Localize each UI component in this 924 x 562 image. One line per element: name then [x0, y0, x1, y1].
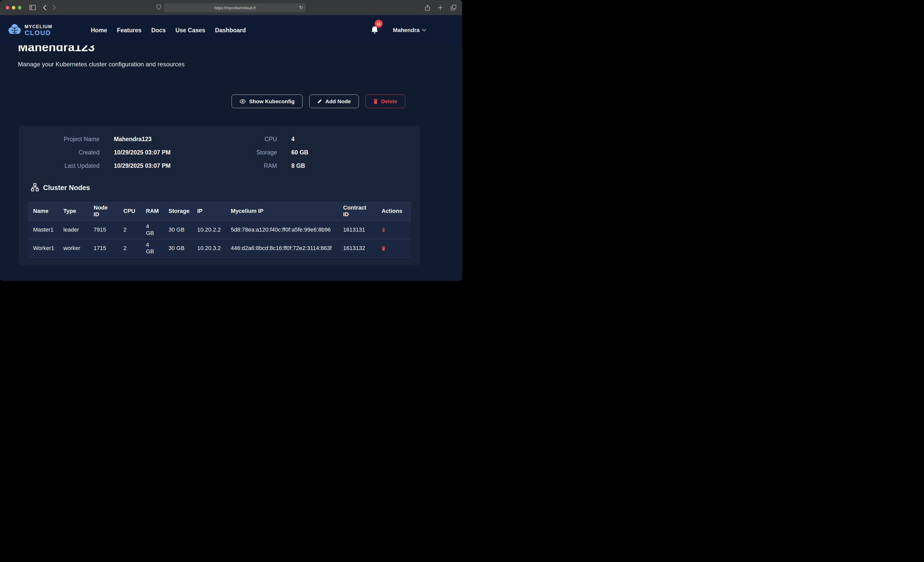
user-name: Mahendra [393, 27, 420, 34]
minimize-button[interactable] [12, 6, 15, 9]
col-actions: Actions [378, 202, 411, 221]
col-mycelium-ip: Mycelium IP [227, 202, 339, 221]
cell-node-id: 1715 [90, 239, 119, 257]
cell-cpu: 2 [119, 221, 142, 239]
cluster-actions-toolbar: Show Kubeconfig Add Node [0, 94, 405, 108]
created-label: Created [35, 149, 99, 156]
nav-link-use-cases[interactable]: Use Cases [176, 27, 205, 34]
sitemap-icon [31, 183, 39, 192]
cell-name: Master1 [28, 221, 59, 239]
nav-link-features[interactable]: Features [117, 27, 141, 34]
cell-mycelium-ip: 446:d2a6:8bcd:8c16:ff0f:72e2:3114:863f [227, 239, 339, 257]
delete-cluster-button[interactable]: Delete [366, 94, 405, 108]
table-row: Worker1 worker 1715 2 4 GB 30 GB 10.20.3… [28, 239, 411, 257]
site-navbar: MYCELIUM CLOUD Home Features Docs Use Ca… [0, 15, 462, 45]
col-type: Type [59, 202, 90, 221]
cell-type: leader [59, 221, 90, 239]
share-icon[interactable] [425, 4, 430, 11]
screenshot-stage: https://myceliumcloud.tf ↻ [0, 0, 462, 281]
cell-ram: 4 GB [142, 221, 164, 239]
nodes-table-header-row: Name Type Node ID CPU RAM Storage IP Myc… [28, 202, 411, 221]
delete-node-button[interactable] [382, 227, 386, 232]
ram-value: 8 GB [291, 162, 404, 169]
cell-ip: 10.20.2.2 [193, 221, 227, 239]
brand-line1: MYCELIUM [25, 24, 52, 29]
nav-right: 11 Mahendra [371, 26, 426, 35]
brand-text: MYCELIUM CLOUD [25, 24, 52, 36]
cell-cpu: 2 [119, 239, 142, 257]
user-menu[interactable]: Mahendra [393, 27, 426, 34]
cluster-nodes-header: Cluster Nodes [31, 183, 420, 192]
cell-name: Worker1 [28, 239, 59, 257]
nav-links: Home Features Docs Use Cases Dashboard [91, 27, 246, 34]
bell-icon [371, 31, 378, 35]
storage-value: 60 GB [291, 149, 404, 156]
brand-logo[interactable]: MYCELIUM CLOUD [8, 24, 52, 37]
col-cpu: CPU [119, 202, 142, 221]
col-ram: RAM [142, 202, 164, 221]
pencil-icon [317, 99, 322, 104]
cluster-nodes-title: Cluster Nodes [43, 184, 90, 192]
nav-link-home[interactable]: Home [91, 27, 107, 34]
project-name-label: Project Name [35, 136, 99, 143]
trash-icon [374, 99, 378, 104]
mycelium-cloud-logo-icon [8, 24, 21, 37]
cell-mycelium-ip: 5d8:78ea:a120:f40c:ff0f:a5fe:99e6:8b96 [227, 221, 339, 239]
cell-storage: 30 GB [164, 221, 193, 239]
eye-icon [240, 99, 246, 104]
chevron-down-icon [422, 28, 426, 32]
page-subtitle: Manage your Kubernetes cluster configura… [18, 61, 462, 68]
traffic-lights [6, 6, 21, 9]
sidebar-toggle-icon[interactable] [29, 5, 36, 10]
close-button[interactable] [6, 6, 9, 9]
cpu-value: 4 [291, 136, 404, 143]
privacy-shield-icon [156, 4, 161, 11]
back-button[interactable] [43, 5, 46, 10]
browser-chrome: https://myceliumcloud.tf ↻ [0, 0, 462, 15]
nav-link-docs[interactable]: Docs [151, 27, 166, 34]
address-bar[interactable]: https://myceliumcloud.tf ↻ [164, 3, 306, 12]
brand-line2: CLOUD [25, 30, 52, 36]
delete-label: Delete [381, 99, 397, 105]
cell-ip: 10.20.3.2 [193, 239, 227, 257]
cell-contract-id: 1613132 [339, 239, 378, 257]
show-kubeconfig-button[interactable]: Show Kubeconfig [232, 94, 302, 108]
notifications-button[interactable]: 11 [371, 26, 378, 35]
show-kubeconfig-label: Show Kubeconfig [249, 99, 294, 105]
tab-overview-icon[interactable] [451, 4, 456, 10]
col-node-id: Node ID [90, 202, 119, 221]
browser-window: https://myceliumcloud.tf ↻ [0, 0, 462, 281]
zoom-button[interactable] [18, 6, 21, 9]
trash-icon [382, 227, 386, 232]
ram-label: RAM [238, 162, 277, 169]
cluster-info-grid: Project Name Mahendra123 CPU 4 Created 1… [19, 126, 420, 169]
last-updated-label: Last Updated [35, 162, 99, 169]
add-node-label: Add Node [326, 99, 351, 105]
col-name: Name [28, 202, 59, 221]
cluster-details-card: Project Name Mahendra123 CPU 4 Created 1… [19, 126, 420, 265]
new-tab-icon[interactable] [438, 5, 443, 10]
delete-node-button[interactable] [382, 246, 386, 251]
last-updated-value: 10/29/2025 03:07 PM [114, 162, 224, 169]
page-content: Mahendra123 Manage your Kubernetes clust… [0, 40, 462, 276]
created-value: 10/29/2025 03:07 PM [114, 149, 224, 156]
storage-label: Storage [238, 149, 277, 156]
col-contract-id: Contract ID [339, 202, 378, 221]
nodes-table-wrap: Name Type Node ID CPU RAM Storage IP Myc… [28, 202, 411, 258]
url-text: https://myceliumcloud.tf [214, 5, 256, 10]
trash-icon [382, 246, 386, 251]
nodes-table: Name Type Node ID CPU RAM Storage IP Myc… [28, 202, 411, 258]
chrome-right-buttons [425, 4, 456, 11]
refresh-icon[interactable]: ↻ [299, 5, 303, 10]
table-row: Master1 leader 7915 2 4 GB 30 GB 10.20.2… [28, 221, 411, 239]
cell-storage: 30 GB [164, 239, 193, 257]
add-node-button[interactable]: Add Node [309, 94, 359, 108]
address-bar-area: https://myceliumcloud.tf ↻ [156, 3, 306, 12]
cell-ram: 4 GB [142, 239, 164, 257]
project-name-value: Mahendra123 [114, 136, 224, 143]
cell-contract-id: 1613131 [339, 221, 378, 239]
forward-button[interactable] [52, 5, 56, 10]
nav-link-dashboard[interactable]: Dashboard [215, 27, 246, 34]
col-storage: Storage [164, 202, 193, 221]
cell-node-id: 7915 [90, 221, 119, 239]
